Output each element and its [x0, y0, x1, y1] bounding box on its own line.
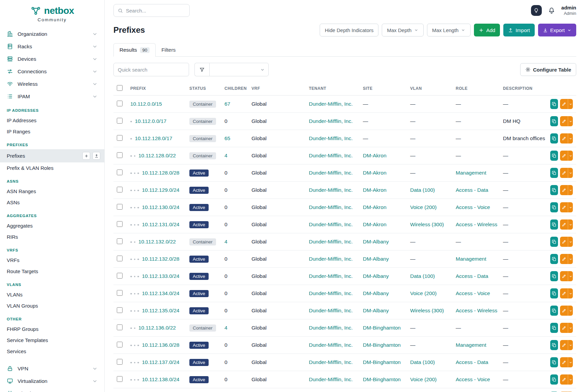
max-depth-dropdown[interactable]: Max Depth	[382, 24, 424, 36]
copy-button[interactable]	[550, 374, 558, 385]
site-link[interactable]: DM-Binghamton	[363, 325, 401, 331]
copy-button[interactable]	[550, 99, 558, 109]
vlan-link[interactable]: Wireless (300)	[410, 308, 444, 313]
edit-dropdown-button[interactable]	[568, 271, 573, 281]
copy-button[interactable]	[550, 254, 558, 264]
tenant-link[interactable]: Dunder-Mifflin, Inc.	[309, 187, 353, 193]
quick-search-input[interactable]	[113, 63, 189, 76]
children-count-link[interactable]: 4	[224, 239, 228, 244]
edit-button[interactable]	[560, 254, 568, 264]
edit-button[interactable]	[560, 133, 568, 143]
sidebar-item-asns[interactable]: ASNs	[0, 197, 104, 208]
copy-button[interactable]	[550, 306, 558, 316]
tenant-link[interactable]: Dunder-Mifflin, Inc.	[309, 118, 353, 124]
row-checkbox[interactable]	[117, 169, 123, 175]
sidebar-menu-vpn[interactable]: VPN	[0, 362, 104, 375]
vlan-link[interactable]: Voice (200)	[410, 290, 436, 296]
hide-depth-indicators-button[interactable]: Hide Depth Indicators	[320, 24, 378, 36]
tenant-link[interactable]: Dunder-Mifflin, Inc.	[309, 170, 353, 176]
tenant-link[interactable]: Dunder-Mifflin, Inc.	[309, 153, 353, 158]
copy-button[interactable]	[550, 237, 558, 247]
vlan-link[interactable]: Data (100)	[410, 359, 435, 365]
copy-button[interactable]	[550, 219, 558, 230]
prefix-link[interactable]: 10.112.135.0/24	[142, 308, 180, 313]
edit-dropdown-button[interactable]	[568, 306, 573, 316]
edit-dropdown-button[interactable]	[568, 202, 573, 212]
row-checkbox[interactable]	[117, 187, 123, 192]
site-link[interactable]: DM-Akron	[363, 170, 387, 176]
edit-button[interactable]	[560, 202, 568, 212]
prefix-link[interactable]: 10.112.137.0/24	[142, 359, 180, 365]
row-checkbox[interactable]	[117, 118, 123, 124]
site-link[interactable]: DM-Albany	[363, 308, 389, 313]
edit-button[interactable]	[560, 306, 568, 316]
column-header-prefix[interactable]: PREFIX	[127, 82, 186, 96]
site-link[interactable]: DM-Albany	[363, 273, 389, 279]
site-link[interactable]: DM-Akron	[363, 187, 387, 193]
add-button[interactable]: Add	[474, 24, 500, 36]
row-checkbox[interactable]	[117, 204, 123, 210]
row-checkbox[interactable]	[117, 376, 123, 382]
edit-button[interactable]	[560, 168, 568, 178]
quick-add-button[interactable]	[82, 152, 90, 160]
sidebar-menu-racks[interactable]: Racks	[0, 40, 104, 53]
row-checkbox[interactable]	[117, 101, 123, 106]
copy-button[interactable]	[550, 271, 558, 281]
sidebar-menu-ipam[interactable]: IPAM	[0, 90, 104, 103]
tenant-link[interactable]: Dunder-Mifflin, Inc.	[309, 342, 353, 348]
column-header-status[interactable]: STATUS	[186, 82, 221, 96]
column-header-vrf[interactable]: VRF	[248, 82, 305, 96]
tab-results[interactable]: Results 90	[113, 43, 156, 57]
copy-button[interactable]	[550, 357, 558, 367]
prefix-link[interactable]: 10.112.0.0/17	[135, 118, 167, 124]
role-link[interactable]: Management	[456, 342, 486, 348]
max-length-dropdown[interactable]: Max Length	[427, 24, 471, 36]
row-checkbox[interactable]	[117, 135, 123, 141]
sidebar-item-asn-ranges[interactable]: ASN Ranges	[0, 186, 104, 197]
tenant-link[interactable]: Dunder-Mifflin, Inc.	[309, 256, 353, 262]
children-count-link[interactable]: 4	[224, 153, 228, 158]
edit-button[interactable]	[560, 357, 568, 367]
sidebar-item-ip-ranges[interactable]: IP Ranges	[0, 126, 104, 137]
prefix-link[interactable]: 10.112.138.0/24	[142, 376, 180, 382]
sidebar-menu-organization[interactable]: Organization	[0, 28, 104, 40]
site-link[interactable]: DM-Albany	[363, 256, 389, 262]
prefix-link[interactable]: 10.112.129.0/24	[142, 187, 180, 193]
filter-button[interactable]	[194, 63, 209, 76]
tenant-link[interactable]: Dunder-Mifflin, Inc.	[309, 290, 353, 296]
copy-button[interactable]	[550, 116, 558, 126]
row-checkbox[interactable]	[117, 152, 123, 158]
edit-button[interactable]	[560, 185, 568, 195]
role-link[interactable]: Access - Data	[456, 359, 488, 365]
role-link[interactable]: Access - Data	[456, 273, 488, 279]
user-menu[interactable]: admin Admin	[561, 5, 576, 17]
edit-dropdown-button[interactable]	[568, 288, 573, 298]
notifications-button[interactable]	[548, 7, 555, 14]
tenant-link[interactable]: Dunder-Mifflin, Inc.	[309, 308, 353, 313]
tenant-link[interactable]: Dunder-Mifflin, Inc.	[309, 376, 353, 382]
row-checkbox[interactable]	[117, 273, 123, 279]
edit-dropdown-button[interactable]	[568, 323, 573, 333]
row-checkbox[interactable]	[117, 342, 123, 347]
sidebar-menu-wireless[interactable]: Wireless	[0, 78, 104, 90]
edit-dropdown-button[interactable]	[568, 219, 573, 230]
export-button[interactable]: Export	[538, 24, 576, 36]
edit-button[interactable]	[560, 271, 568, 281]
prefix-link[interactable]: 10.112.128.0/17	[135, 135, 172, 141]
copy-button[interactable]	[550, 288, 558, 298]
sidebar-item-vrfs[interactable]: VRFs	[0, 255, 104, 266]
global-search[interactable]	[113, 4, 190, 17]
site-link[interactable]: DM-Akron	[363, 153, 387, 158]
vlan-link[interactable]: Data (100)	[410, 187, 435, 193]
column-header-role[interactable]: ROLE	[452, 82, 500, 96]
children-count-link[interactable]: 67	[224, 101, 230, 107]
prefix-link[interactable]: 10.112.136.0/22	[138, 325, 176, 331]
quick-import-button[interactable]	[92, 152, 100, 160]
vlan-link[interactable]: Wireless (300)	[410, 221, 444, 227]
theme-toggle-button[interactable]	[531, 5, 542, 16]
role-link[interactable]: Access - Wireless	[456, 308, 497, 313]
tenant-link[interactable]: Dunder-Mifflin, Inc.	[309, 221, 353, 227]
edit-dropdown-button[interactable]	[568, 99, 573, 109]
children-count-link[interactable]: 4	[224, 325, 228, 331]
prefix-link[interactable]: 10.112.128.0/28	[142, 170, 180, 176]
